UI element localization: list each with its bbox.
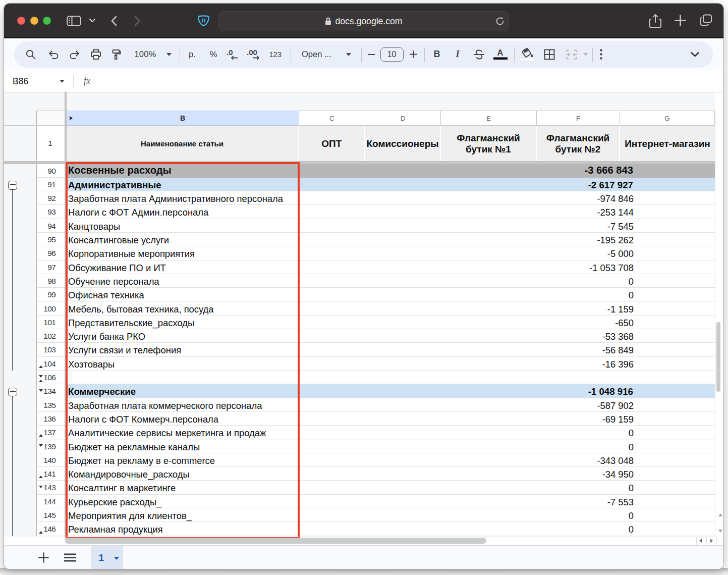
- svg-text:A: A: [497, 48, 503, 58]
- svg-text:.00: .00: [247, 48, 257, 57]
- svg-text:.0: .0: [227, 48, 233, 57]
